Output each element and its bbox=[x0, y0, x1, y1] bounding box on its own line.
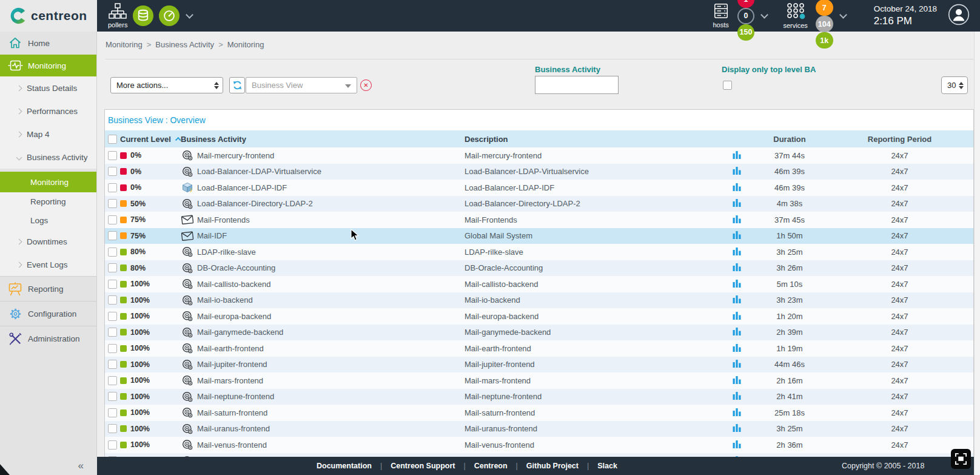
business-activity-cell[interactable]: Mail-callisto-backend bbox=[181, 278, 465, 289]
database-status-icon[interactable] bbox=[133, 5, 153, 26]
row-checkbox[interactable] bbox=[108, 231, 117, 240]
row-checkbox[interactable] bbox=[108, 167, 117, 176]
business-activity-cell[interactable]: Mail-jupiter-frontend bbox=[181, 359, 465, 370]
business-activity-cell[interactable]: Mail-Frontends bbox=[181, 215, 465, 224]
business-activity-cell[interactable]: Mail-saturn-frontend bbox=[181, 407, 465, 418]
bar-chart-icon[interactable] bbox=[733, 311, 741, 322]
business-activity-cell[interactable]: Mail-mars-frontend bbox=[181, 375, 465, 386]
sidebar-item-downtimes[interactable]: Downtimes bbox=[0, 230, 96, 253]
fullscreen-button[interactable] bbox=[951, 449, 971, 469]
clear-filter-button[interactable]: ✕ bbox=[360, 79, 372, 91]
more-actions-select[interactable]: More actions... bbox=[110, 77, 223, 93]
table-row[interactable]: 75%Mail-IDFGlobal Mail System1h 50m24x7 bbox=[105, 228, 973, 244]
latency-gauge-icon[interactable] bbox=[159, 5, 180, 26]
table-row[interactable]: 0%Load-Balancer-LDAP-VirtualserviceLoad-… bbox=[105, 164, 973, 180]
sidebar-item-map-4[interactable]: Map 4 bbox=[0, 123, 96, 146]
row-checkbox[interactable] bbox=[108, 199, 117, 208]
sidebar-item-event-logs[interactable]: Event Logs bbox=[0, 253, 96, 276]
business-activity-cell[interactable]: Mail-neptune-frontend bbox=[181, 391, 465, 402]
bar-chart-icon[interactable] bbox=[733, 263, 741, 273]
column-reporting-period[interactable]: Reporting Period bbox=[826, 135, 973, 144]
sidebar-item-configuration[interactable]: Configuration bbox=[0, 301, 96, 326]
table-row[interactable]: 100%Mail-callisto-backendMail-callisto-b… bbox=[105, 276, 973, 292]
row-checkbox[interactable] bbox=[108, 376, 117, 385]
table-row[interactable]: 100%Mail-venus-frontendMail-venus-fronte… bbox=[105, 437, 973, 453]
business-activity-cell[interactable]: Mail-IDF bbox=[181, 231, 465, 241]
footer-link[interactable]: Centreon bbox=[474, 462, 508, 470]
sidebar-item-home[interactable]: Home bbox=[0, 32, 96, 55]
business-activity-cell[interactable]: LDAP-rilke-slave bbox=[181, 246, 465, 257]
business-activity-cell[interactable]: Mail-venus-frontend bbox=[181, 439, 465, 450]
table-row[interactable]: 100%Mail-saturn-frontendMail-saturn-fron… bbox=[105, 405, 973, 421]
row-checkbox[interactable] bbox=[108, 183, 117, 192]
hosts-group[interactable]: hosts 10150 bbox=[713, 0, 768, 41]
table-row[interactable]: 50%Load-Balancer-Directory-LDAP-2Load-Ba… bbox=[105, 196, 973, 212]
row-checkbox[interactable] bbox=[108, 248, 117, 257]
bar-chart-icon[interactable] bbox=[733, 215, 741, 225]
pollers-chevron-down-icon[interactable] bbox=[186, 11, 194, 19]
business-view-select[interactable]: Business View bbox=[246, 77, 357, 93]
table-row[interactable]: 0%Mail-mercury-frontendMail-mercury-fron… bbox=[105, 147, 973, 164]
sidebar-item-performances[interactable]: Performances bbox=[0, 99, 96, 123]
centreon-logo[interactable]: centreon bbox=[0, 0, 97, 32]
page-size-select[interactable]: 30 bbox=[941, 76, 968, 94]
column-business-activity[interactable]: Business Activity bbox=[181, 135, 465, 144]
table-row[interactable]: 75%Mail-FrontendsMail-Frontends37m 45s24… bbox=[105, 212, 973, 228]
column-duration[interactable]: Duration bbox=[753, 135, 826, 144]
bar-chart-icon[interactable] bbox=[733, 247, 741, 257]
pollers-group[interactable]: pollers bbox=[108, 3, 192, 29]
bar-chart-icon[interactable] bbox=[733, 391, 741, 402]
status-badge-pending[interactable]: 0 bbox=[737, 8, 755, 24]
status-badge-unknown[interactable]: 104 bbox=[816, 16, 833, 32]
row-checkbox[interactable] bbox=[108, 215, 117, 224]
breadcrumb-item[interactable]: Monitoring bbox=[106, 40, 143, 49]
sidebar-item-monitoring[interactable]: Monitoring bbox=[0, 172, 96, 192]
business-activity-cell[interactable]: Load-Balancer-Directory-LDAP-2 bbox=[181, 198, 465, 209]
table-row[interactable]: 100%Mail-earth-frontendMail-earth-fronte… bbox=[105, 340, 973, 357]
hosts-chevron-down-icon[interactable] bbox=[761, 11, 769, 19]
row-checkbox[interactable] bbox=[108, 424, 117, 433]
business-activity-cell[interactable]: DB-Oracle-Accounting bbox=[181, 263, 465, 274]
sidebar-item-administration[interactable]: Administration bbox=[0, 326, 96, 351]
status-badge-critical[interactable]: 1 bbox=[737, 0, 755, 8]
bar-chart-icon[interactable] bbox=[733, 343, 741, 354]
table-row[interactable]: 100%Mail-io-backendMail-io-backend3h 23m… bbox=[105, 292, 973, 309]
status-badge-ok[interactable]: 150 bbox=[737, 24, 755, 41]
business-activity-cell[interactable]: Mail-ganymede-backend bbox=[181, 327, 465, 338]
bar-chart-icon[interactable] bbox=[733, 327, 741, 337]
bar-chart-icon[interactable] bbox=[733, 295, 741, 305]
status-badge-warning[interactable]: 7 bbox=[816, 0, 833, 16]
sidebar-item-reporting[interactable]: Reporting bbox=[0, 276, 96, 301]
display-top-level-checkbox[interactable] bbox=[723, 81, 732, 90]
breadcrumb-item[interactable]: Business Activity bbox=[155, 40, 214, 49]
row-checkbox[interactable] bbox=[108, 360, 117, 369]
sidebar-item-business-activity[interactable]: Business Activity bbox=[0, 146, 96, 169]
sidebar-item-status-details[interactable]: Status Details bbox=[0, 76, 96, 99]
bar-chart-icon[interactable] bbox=[733, 279, 741, 289]
business-activity-cell[interactable]: Mail-io-backend bbox=[181, 295, 465, 306]
bar-chart-icon[interactable] bbox=[733, 440, 741, 450]
sidebar-collapse-button[interactable]: « bbox=[0, 457, 97, 475]
footer-link[interactable]: Slack bbox=[597, 462, 617, 470]
row-checkbox[interactable] bbox=[108, 392, 117, 401]
breadcrumb-item[interactable]: Monitoring bbox=[227, 40, 264, 49]
table-row[interactable]: 100%Mail-ganymede-backendMail-ganymede-b… bbox=[105, 325, 973, 341]
table-row[interactable]: 100%Mail-neptune-frontendMail-neptune-fr… bbox=[105, 389, 973, 405]
refresh-button[interactable] bbox=[229, 77, 245, 93]
column-description[interactable]: Description bbox=[465, 135, 729, 144]
row-checkbox[interactable] bbox=[108, 295, 117, 305]
row-checkbox[interactable] bbox=[108, 151, 117, 160]
services-group[interactable]: services 971041k bbox=[783, 0, 845, 49]
sidebar-item-monitoring[interactable]: Monitoring bbox=[0, 55, 96, 76]
table-row[interactable]: 80%DB-Oracle-AccountingDB-Oracle-Account… bbox=[105, 260, 973, 277]
row-checkbox[interactable] bbox=[108, 328, 117, 337]
row-checkbox[interactable] bbox=[108, 280, 117, 289]
table-row[interactable]: 100%Mail-mars-frontendMail-mars-frontend… bbox=[105, 372, 973, 389]
table-row[interactable]: 100%Mail-uranus-frontendMail-uranus-fron… bbox=[105, 421, 973, 437]
bar-chart-icon[interactable] bbox=[733, 231, 741, 241]
select-all-checkbox[interactable] bbox=[108, 135, 117, 144]
row-checkbox[interactable] bbox=[108, 344, 117, 353]
status-badge-ok[interactable]: 1k bbox=[816, 32, 833, 49]
footer-link[interactable]: Github Project bbox=[526, 462, 579, 470]
services-chevron-down-icon[interactable] bbox=[839, 11, 847, 19]
